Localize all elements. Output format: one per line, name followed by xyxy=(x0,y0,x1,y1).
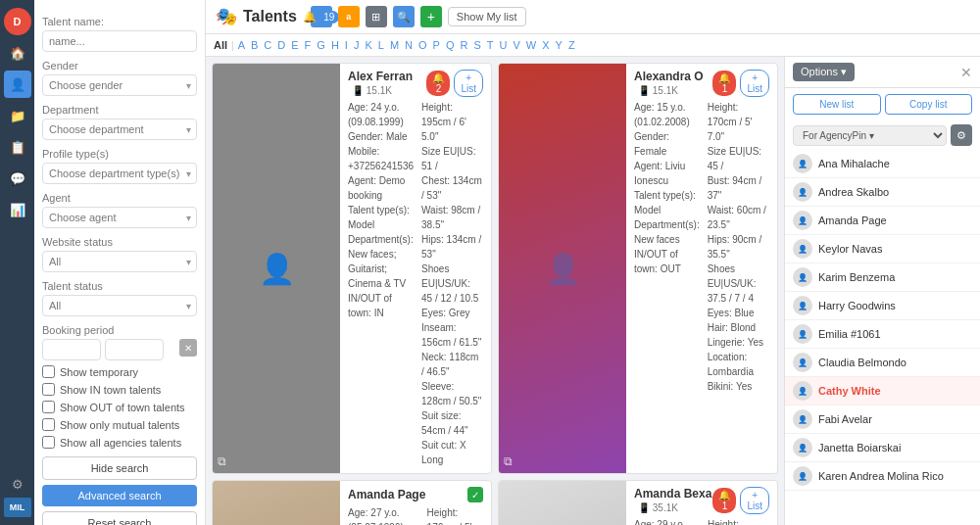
settings-icon[interactable]: ⚙ xyxy=(4,470,31,498)
alpha-c[interactable]: C xyxy=(262,38,273,52)
alpha-q[interactable]: Q xyxy=(444,38,457,52)
list-item[interactable]: 👤 Cathy White xyxy=(785,377,980,406)
list-item[interactable]: 👤 Karen Andrea Molina Rico xyxy=(785,462,980,491)
list-item[interactable]: 👤 Emilia #1061 xyxy=(785,320,980,349)
agent-label: Agent xyxy=(42,192,197,204)
messages-icon[interactable]: 💬 xyxy=(4,165,31,192)
advanced-search-button[interactable]: Advanced search xyxy=(42,485,197,506)
home-icon[interactable]: 🏠 xyxy=(4,39,31,67)
talents-icon[interactable]: 👤 xyxy=(4,71,31,98)
grid-icon[interactable]: ⊞ xyxy=(366,6,387,27)
talent-measurements: Height: 170cm / 5' 7.0" Size EU|US: 45 /… xyxy=(708,100,769,394)
alpha-k[interactable]: K xyxy=(363,38,373,52)
booking-period-clear[interactable]: ✕ xyxy=(179,339,197,357)
list-item-name: Janetta Boiarskai xyxy=(818,442,901,453)
alpha-y[interactable]: Y xyxy=(554,38,564,52)
photo-link-icon[interactable]: ⧉ xyxy=(218,454,226,468)
gear-icon-button[interactable]: ⚙ xyxy=(951,124,972,146)
list-item-avatar: 👤 xyxy=(793,154,812,173)
list-item[interactable]: 👤 Janetta Boiarskai xyxy=(785,434,980,462)
app-logo: 🎭 xyxy=(216,6,237,27)
list-item[interactable]: 👤 Claudia Belmondo xyxy=(785,349,980,377)
alert-button[interactable]: 🔔 1 xyxy=(712,488,736,513)
gender-select[interactable]: Choose gender xyxy=(42,74,197,96)
list-item[interactable]: 👤 Karim Benzema xyxy=(785,263,980,292)
add-icon[interactable]: + xyxy=(420,6,442,27)
reset-search-button[interactable]: Reset search xyxy=(42,511,197,525)
talent-basic-info: Age: 27 y.o. (25.07.1996) Gender: Female… xyxy=(348,505,419,525)
alpha-j[interactable]: J xyxy=(352,38,362,52)
add-to-list-button[interactable]: + List xyxy=(740,487,769,514)
alpha-b[interactable]: B xyxy=(249,38,260,52)
alpha-h[interactable]: H xyxy=(329,38,341,52)
talent-status-select[interactable]: All xyxy=(42,295,197,316)
alpha-f[interactable]: F xyxy=(303,38,314,52)
alpha-n[interactable]: N xyxy=(403,38,415,52)
agent-select[interactable]: Choose agent xyxy=(42,207,197,228)
alpha-w[interactable]: W xyxy=(524,38,538,52)
select-checkbox[interactable]: ✓ xyxy=(467,487,483,502)
booking-period-start[interactable] xyxy=(42,339,101,360)
alpha-u[interactable]: U xyxy=(498,38,510,52)
talent-list-panel: 👤 Ana Mihalache 👤 Andrea Skalbo 👤 Amanda… xyxy=(785,150,980,525)
alpha-z[interactable]: Z xyxy=(566,38,577,52)
add-to-list-button[interactable]: + List xyxy=(740,70,769,97)
website-status-select[interactable]: All xyxy=(42,251,197,272)
alpha-all[interactable]: All xyxy=(212,38,229,52)
files-icon[interactable]: 📁 xyxy=(4,102,31,129)
list-item[interactable]: 👤 Andrea Skalbo xyxy=(785,178,980,207)
show-temporary-checkbox[interactable] xyxy=(42,365,55,378)
alpha-s[interactable]: S xyxy=(471,38,482,52)
close-button[interactable]: ✕ xyxy=(960,65,972,80)
show-all-agencies-checkbox[interactable] xyxy=(42,436,55,449)
list-item[interactable]: 👤 Fabi Avelar xyxy=(785,406,980,434)
show-in-town-checkbox[interactable] xyxy=(42,383,55,396)
alert-button[interactable]: 🔔 1 xyxy=(712,71,736,96)
add-to-list-button[interactable]: + List xyxy=(454,70,483,97)
show-mutual-checkbox[interactable] xyxy=(42,418,55,431)
alpha-o[interactable]: O xyxy=(416,38,429,52)
list-item[interactable]: 👤 Keylor Navas xyxy=(785,235,980,263)
talent-basic-info: Age: 15 y.o. (01.02.2008) Gender: Female… xyxy=(634,100,700,394)
list-item[interactable]: 👤 Harry Goodwins xyxy=(785,292,980,320)
talent-name-input[interactable] xyxy=(42,30,197,52)
show-out-town-checkbox[interactable] xyxy=(42,401,55,413)
department-select[interactable]: Choose department xyxy=(42,119,197,140)
talent-name: Amanda Bexa xyxy=(634,487,711,501)
amazon-icon[interactable]: a xyxy=(338,6,360,27)
gender-label: Gender xyxy=(42,60,197,72)
copy-list-button[interactable]: Copy list xyxy=(885,94,973,115)
options-button[interactable]: Options ▾ xyxy=(793,63,855,81)
alpha-i[interactable]: I xyxy=(343,38,350,52)
list-item-name: Karen Andrea Molina Rico xyxy=(818,470,944,482)
alpha-g[interactable]: G xyxy=(315,38,327,52)
alpha-p[interactable]: P xyxy=(431,38,442,52)
search-icon[interactable]: 🔍 xyxy=(393,6,415,27)
list-item-name: Karim Benzema xyxy=(818,271,895,283)
agency-select[interactable]: For AgencyPin ▾ xyxy=(793,125,947,146)
filter-sidebar: Talent name: Gender Choose gender Depart… xyxy=(34,0,206,525)
new-list-button[interactable]: New list xyxy=(793,94,881,115)
alert-button[interactable]: 🔔 2 xyxy=(426,71,450,96)
alpha-m[interactable]: M xyxy=(388,38,401,52)
lists-icon[interactable]: 📋 xyxy=(4,133,31,161)
list-item-name: Ana Mihalache xyxy=(818,158,890,169)
alpha-l[interactable]: L xyxy=(376,38,386,52)
alpha-e[interactable]: E xyxy=(289,38,300,52)
alpha-t[interactable]: T xyxy=(485,38,496,52)
show-my-list-button[interactable]: Show My list xyxy=(448,7,526,26)
alpha-x[interactable]: X xyxy=(540,38,551,52)
list-item[interactable]: 👤 Amanda Page xyxy=(785,207,980,235)
reports-icon[interactable]: 📊 xyxy=(4,196,31,223)
alpha-a[interactable]: A xyxy=(236,38,247,52)
alpha-d[interactable]: D xyxy=(275,38,287,52)
user-avatar[interactable]: D xyxy=(4,8,31,35)
profile-type-select[interactable]: Choose department type(s) xyxy=(42,163,197,184)
alpha-v[interactable]: V xyxy=(511,38,521,52)
alpha-r[interactable]: R xyxy=(458,38,469,52)
hide-search-button[interactable]: Hide search xyxy=(42,456,197,480)
notification-icon[interactable]: 🔔19 xyxy=(311,6,332,27)
list-item[interactable]: 👤 Ana Mihalache xyxy=(785,150,980,178)
photo-link-icon[interactable]: ⧉ xyxy=(504,454,513,468)
booking-period-end[interactable] xyxy=(105,339,164,360)
